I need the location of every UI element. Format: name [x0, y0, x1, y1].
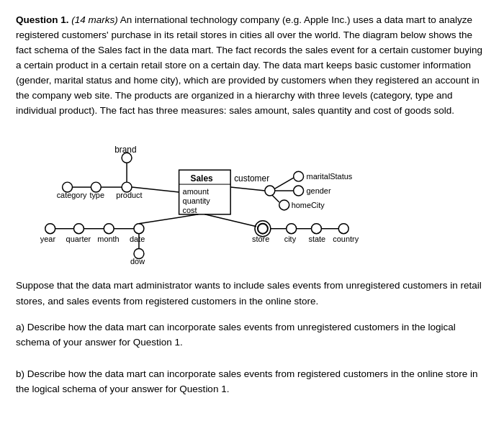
- cust-home-line: [272, 195, 279, 202]
- cust-marital-line: [275, 178, 294, 189]
- quarter-label: quarter: [66, 235, 91, 243]
- date-circle: [134, 224, 144, 234]
- year-circle: [45, 224, 55, 234]
- part-b-label: b) Describe how the data mart can incorp…: [16, 366, 488, 397]
- amount-label: amount: [183, 187, 209, 196]
- question-body: An international technology company (e.g…: [16, 14, 482, 116]
- state-circle: [311, 224, 321, 234]
- store-circle-inner: [258, 224, 268, 234]
- country-circle: [338, 224, 348, 234]
- brand-circle: [122, 153, 132, 163]
- customer-label: customer: [234, 174, 269, 184]
- homecity-circle: [279, 200, 289, 210]
- sales-store-line: [204, 214, 256, 227]
- homecity-label: homeCity: [292, 201, 325, 209]
- sales-label: Sales: [191, 174, 213, 184]
- gender-label: gender: [307, 186, 331, 195]
- part-a-block: a) Describe how the data mart can incorp…: [16, 320, 488, 350]
- diagram-container: brand category type product Sales amount: [16, 128, 488, 265]
- quarter-circle: [74, 224, 84, 234]
- store-label: store: [252, 235, 269, 243]
- dow-label: dow: [130, 258, 145, 266]
- product-label: product: [116, 191, 142, 199]
- month-label: month: [97, 235, 119, 243]
- quantity-label: quantity: [183, 196, 211, 205]
- city-circle: [287, 224, 297, 234]
- state-label: state: [309, 235, 326, 243]
- country-label: country: [333, 235, 359, 243]
- date-label: date: [130, 235, 145, 243]
- sales-cust-line: [230, 188, 265, 191]
- date-sales-line: [139, 214, 198, 224]
- marital-label: maritalStatus: [307, 173, 353, 181]
- marital-circle: [294, 172, 304, 182]
- gender-circle: [294, 186, 304, 196]
- cost-label: cost: [183, 206, 197, 214]
- question-marks: (14 marks): [71, 14, 118, 25]
- type-label: type: [89, 191, 104, 199]
- part-b-block: b) Describe how the data mart can incorp…: [16, 366, 488, 397]
- year-label: year: [40, 235, 56, 243]
- question-block: Question 1. (14 marks) An international …: [16, 13, 488, 397]
- question-text: Question 1. (14 marks) An international …: [16, 13, 488, 118]
- part-a-label: a) Describe how the data mart can incorp…: [16, 320, 488, 350]
- suppose-text: Suppose that the data mart administrator…: [16, 278, 488, 309]
- city-label: city: [284, 235, 297, 243]
- fact-schema-diagram: brand category type product Sales amount: [16, 128, 488, 265]
- category-label: category: [57, 191, 87, 199]
- customer-main-circle: [265, 186, 275, 196]
- question-header: Question 1.: [16, 14, 69, 25]
- month-circle: [104, 224, 114, 234]
